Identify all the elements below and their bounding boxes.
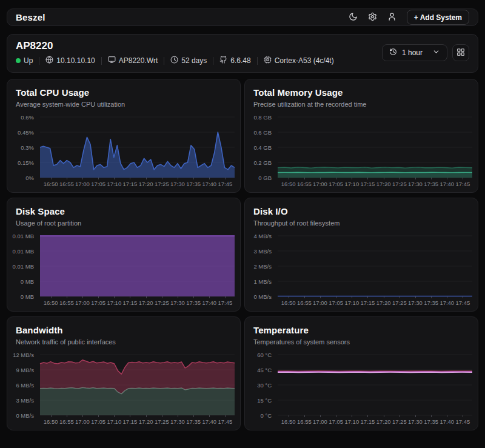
x-tick-mark — [415, 178, 416, 179]
app-logo[interactable]: Beszel — [16, 12, 45, 22]
x-tick-mark — [320, 296, 321, 298]
user-menu-button[interactable] — [387, 12, 396, 23]
y-tick-label: 0.4 GB — [253, 144, 272, 151]
plot-area[interactable]: 16:5016:5517:0017:0517:1017:1517:2017:25… — [278, 355, 472, 415]
x-tick-mark — [336, 178, 336, 179]
chart-subtitle: Network traffic of public interfaces — [16, 338, 116, 346]
system-ip: 10.10.10.10 — [45, 56, 95, 65]
system-ip-value: 10.10.10.10 — [56, 56, 95, 65]
y-tick-label: 6 MB/s — [16, 382, 34, 389]
add-system-button[interactable]: + Add System — [407, 10, 469, 25]
y-tick-label: 0.8 GB — [253, 114, 272, 121]
x-tick-mark — [289, 296, 289, 298]
x-tick-mark — [367, 296, 368, 298]
y-axis-labels: 0.6%0.45%0.3%0.15%0% — [13, 117, 36, 178]
y-tick-label: 0.01 MB — [13, 233, 34, 239]
y-tick-label: 0.01 MB — [13, 248, 34, 255]
x-tick-mark — [225, 415, 226, 417]
github-icon — [219, 56, 227, 65]
system-info: AP8220 Up 10.10.10.10 AP8220.Wrt — [16, 40, 334, 65]
system-meta-row: Up 10.10.10.10 AP8220.Wrt 52 days — [16, 56, 334, 65]
x-tick-label: 17:45 — [452, 299, 473, 306]
theme-toggle-button[interactable] — [349, 12, 358, 23]
x-tick-mark — [82, 178, 83, 179]
disk-space-chart[interactable]: 0.01 MB0.01 MB0.01 MB0 MB0 MB16:5016:551… — [13, 236, 235, 310]
disk-io-card: Disk I/O Throughput of root filesystem 4… — [244, 198, 478, 312]
y-axis-labels: 0.8 GB0.6 GB0.4 GB0.2 GB0 GB — [251, 117, 274, 178]
history-icon — [389, 48, 397, 58]
x-tick-mark — [178, 415, 178, 417]
y-tick-label: 4 MB/s — [253, 233, 272, 239]
y-tick-label: 3 MB/s — [16, 397, 34, 404]
y-axis-labels: 0.01 MB0.01 MB0.01 MB0 MB0 MB — [13, 236, 36, 296]
x-tick-label: 17:45 — [452, 181, 473, 187]
total-cpu-usage-chart[interactable]: 0.6%0.45%0.3%0.15%0%16:5016:5517:0017:05… — [13, 117, 235, 191]
plot-area[interactable]: 16:5016:5517:0017:0517:1017:1517:2017:25… — [40, 355, 235, 415]
chart-title: Total Memory Usage — [253, 87, 343, 98]
status-dot — [16, 58, 21, 63]
x-tick-label: 17:45 — [215, 299, 235, 306]
x-tick-mark — [400, 296, 400, 298]
charts-grid: Total CPU Usage Average system-wide CPU … — [7, 79, 478, 430]
cpu-model-value: Cortex-A53 (4c/4t) — [275, 56, 334, 65]
total-memory-usage-chart[interactable]: 0.8 GB0.6 GB0.4 GB0.2 GB0 GB16:5016:5517… — [251, 117, 472, 191]
divider — [213, 57, 213, 65]
divider — [101, 57, 102, 65]
y-tick-label: 0 °C — [260, 412, 272, 419]
divider — [257, 57, 258, 65]
temperature-chart[interactable]: 60 °C45 °C30 °C15 °C0 °C16:5016:5517:001… — [251, 355, 472, 429]
x-tick-mark — [463, 178, 463, 179]
x-tick-mark — [400, 415, 400, 417]
layout-grid-icon — [457, 48, 465, 58]
x-tick-mark — [384, 178, 384, 179]
chart-title: Temperature — [253, 325, 309, 335]
x-tick-mark — [178, 178, 178, 179]
chart-subtitle: Usage of root partition — [16, 219, 81, 227]
x-tick-mark — [193, 296, 194, 298]
total-cpu-usage-card: Total CPU Usage Average system-wide CPU … — [7, 79, 241, 193]
x-tick-mark — [51, 415, 52, 417]
x-tick-mark — [51, 296, 52, 298]
globe-icon — [45, 56, 53, 65]
x-tick-mark — [193, 415, 194, 417]
page: Beszel + Add System — [0, 0, 485, 430]
x-tick-mark — [447, 178, 447, 179]
x-tick-mark — [146, 296, 147, 298]
x-tick-mark — [98, 296, 99, 298]
y-tick-label: 15 °C — [257, 397, 272, 404]
top-actions: + Add System — [349, 10, 469, 25]
system-uptime: 52 days — [170, 56, 207, 65]
divider — [39, 57, 39, 65]
plot-area[interactable]: 16:5016:5517:0017:0517:1017:1517:2017:25… — [278, 117, 472, 178]
settings-button[interactable] — [368, 12, 377, 23]
chart-subtitle: Average system-wide CPU utilization — [16, 101, 125, 108]
x-tick-mark — [415, 415, 416, 417]
chart-subtitle: Temperatures of system sensors — [253, 338, 350, 346]
disk-space-card: Disk Space Usage of root partition 0.01 … — [7, 198, 241, 312]
y-tick-label: 30 °C — [257, 382, 272, 389]
x-tick-mark — [130, 178, 130, 179]
y-tick-label: 0.6 GB — [253, 129, 272, 136]
plot-area[interactable]: 16:5016:5517:0017:0517:1017:1517:2017:25… — [40, 117, 235, 178]
add-system-label: + Add System — [414, 13, 462, 22]
y-tick-label: 0.01 MB — [13, 263, 34, 270]
y-tick-label: 12 MB/s — [13, 352, 34, 358]
monitor-icon — [108, 56, 116, 65]
x-tick-mark — [193, 178, 194, 179]
time-range-select[interactable]: 1 hour — [382, 44, 447, 61]
user-icon — [387, 12, 396, 23]
x-tick-mark — [447, 415, 447, 417]
plot-area[interactable]: 16:5016:5517:0017:0517:1017:1517:2017:25… — [40, 236, 235, 296]
system-controls: 1 hour — [382, 44, 469, 61]
plot-area[interactable]: 16:5016:5517:0017:0517:1017:1517:2017:25… — [278, 236, 472, 296]
top-bar: Beszel + Add System — [7, 8, 478, 26]
moon-icon — [349, 12, 358, 23]
x-tick-mark — [289, 415, 289, 417]
x-tick-mark — [431, 178, 432, 179]
x-tick-mark — [114, 178, 115, 179]
disk-io-chart[interactable]: 4 MB/s3 MB/s2 MB/s1 MB/s0 MB/s16:5016:55… — [251, 236, 472, 310]
layout-toggle-button[interactable] — [452, 44, 469, 61]
time-range-value: 1 hour — [402, 48, 423, 57]
bandwidth-chart[interactable]: 12 MB/s9 MB/s6 MB/s3 MB/s0 MB/s16:5016:5… — [13, 355, 235, 429]
y-tick-label: 0.45% — [18, 129, 34, 136]
